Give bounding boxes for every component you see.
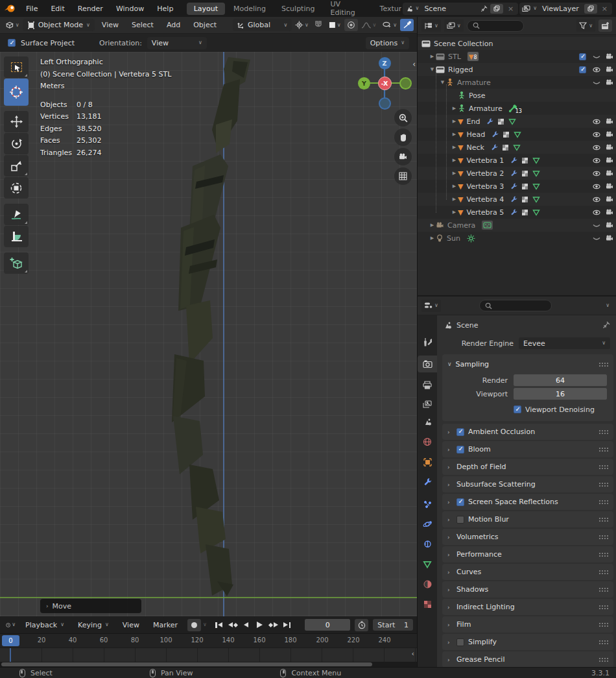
modifier-icon[interactable]	[522, 210, 528, 215]
camera-view-button[interactable]	[394, 148, 412, 165]
menu-view[interactable]: View	[96, 19, 124, 30]
panel-volumetrics[interactable]: ›Volumetrics	[442, 529, 613, 545]
close-icon[interactable]: ×	[506, 5, 515, 13]
panel-subsurface-scattering[interactable]: ›Subsurface Scattering	[442, 476, 613, 492]
outliner-row-vertebra-1[interactable]: ▶ ▼ Vertebra 1	[418, 154, 616, 167]
tab-physics[interactable]	[418, 516, 437, 533]
render-visibility-icon[interactable]	[606, 196, 613, 203]
eye-icon[interactable]	[593, 184, 600, 189]
drag-handle[interactable]	[598, 605, 608, 609]
panel-ambient-occlusion[interactable]: ›Ambient Occlusion	[442, 424, 613, 440]
disclosure-icon[interactable]: ▶	[429, 223, 436, 228]
panel-depth-of-field[interactable]: ›Depth of Field	[442, 459, 613, 475]
surface-project-checkbox[interactable]	[8, 39, 16, 47]
render-visibility-icon[interactable]	[606, 170, 613, 177]
disclosure-icon[interactable]: ▶	[451, 171, 458, 176]
tool-select-box[interactable]	[4, 56, 29, 78]
scene-selector[interactable]: ∨ Scene ×	[403, 3, 519, 15]
panel-shadows[interactable]: ›Shadows	[442, 581, 613, 598]
tool-move[interactable]	[4, 111, 29, 132]
drag-handle[interactable]	[598, 570, 608, 574]
tab-view-layer[interactable]	[418, 396, 437, 413]
tab-render[interactable]	[418, 356, 437, 372]
eye-icon[interactable]	[593, 210, 600, 215]
timeline-canvas[interactable]: ‹	[0, 648, 417, 662]
playhead-line[interactable]	[10, 648, 11, 662]
panel-checkbox[interactable]	[456, 498, 464, 506]
outliner-row-armature-data[interactable]: ▶ Armature 13	[418, 102, 616, 115]
outliner-row-pose[interactable]: Pose	[418, 89, 616, 102]
render-samples-field[interactable]: 64	[514, 374, 607, 386]
panel-performance[interactable]: ›Performance	[442, 546, 613, 563]
mesh-data-icon[interactable]	[532, 196, 540, 203]
sampling-panel[interactable]: ∨ Sampling Render 64 Viewport 16 Viewpor…	[442, 354, 613, 421]
pivot-point-button[interactable]: ∨	[293, 19, 311, 31]
tab-output[interactable]	[418, 376, 437, 393]
eye-icon[interactable]	[593, 197, 600, 202]
disclosure-icon[interactable]: ▶	[429, 54, 436, 59]
outliner-row-vertebra-3[interactable]: ▶ ▼ Vertebra 3	[418, 180, 616, 193]
eye-icon[interactable]	[593, 132, 600, 138]
collapse-region-icon[interactable]: ‹	[412, 649, 414, 658]
selectable-checkbox[interactable]	[579, 66, 586, 73]
outliner-row-stl[interactable]: ▶ STL ▼8	[418, 50, 616, 63]
auto-keyframe-record-button[interactable]	[187, 619, 201, 631]
menu-render[interactable]: Render	[72, 3, 109, 14]
workspace-tab-uv-editing[interactable]: UV Editing	[323, 0, 371, 19]
drag-handle[interactable]	[598, 552, 608, 557]
projection-orientation-selector[interactable]: View ∨	[147, 37, 207, 49]
render-visibility-icon[interactable]	[606, 235, 613, 242]
tool-cursor[interactable]	[4, 79, 29, 106]
scrollbar-handle[interactable]	[1, 662, 372, 666]
tab-texture[interactable]	[418, 596, 437, 612]
tab-particles[interactable]	[418, 496, 437, 513]
modifier-icon[interactable]	[498, 119, 504, 125]
wrench-icon[interactable]	[510, 182, 517, 190]
drag-handle[interactable]	[598, 535, 608, 539]
render-visibility-icon[interactable]	[606, 157, 613, 164]
tool-rotate[interactable]	[4, 133, 29, 154]
mesh-data-icon[interactable]	[532, 157, 540, 164]
mode-selector[interactable]: Object Mode ∨	[23, 19, 95, 31]
pan-hand-button[interactable]	[394, 128, 412, 146]
selectable-checkbox[interactable]	[579, 53, 586, 60]
timeline-scrollbar[interactable]	[0, 662, 417, 667]
render-visibility-icon[interactable]	[606, 183, 613, 190]
drag-handle[interactable]	[598, 362, 608, 367]
editor-type-button[interactable]: ∨	[4, 619, 18, 631]
drag-handle[interactable]	[598, 640, 608, 644]
wrench-icon[interactable]	[510, 208, 517, 216]
tool-add-cube[interactable]	[4, 252, 29, 274]
options-dropdown[interactable]: Options ∨	[366, 37, 409, 49]
show-gizmo-button[interactable]: ∨	[381, 19, 399, 31]
tab-object[interactable]	[418, 454, 437, 470]
eye-icon[interactable]	[593, 171, 600, 176]
disclosure-icon[interactable]: ▶	[451, 158, 458, 163]
menu-file[interactable]: File	[20, 3, 43, 14]
mesh-data-icon[interactable]	[508, 118, 516, 125]
new-view-layer-button[interactable]	[584, 4, 597, 14]
collapse-sidebar-icon[interactable]: ‹	[412, 60, 416, 69]
tab-scene[interactable]	[418, 413, 437, 430]
tool-transform[interactable]	[4, 177, 29, 199]
render-visibility-icon[interactable]	[606, 131, 613, 138]
play-button[interactable]	[254, 619, 267, 631]
tab-constraints[interactable]	[418, 535, 437, 552]
pin-icon[interactable]	[602, 321, 610, 329]
mesh-data-icon[interactable]	[514, 131, 521, 138]
outliner-row-vertebra-5[interactable]: ▶ ▼ Vertebra 5	[418, 206, 616, 219]
disclosure-icon[interactable]: ▶	[451, 132, 458, 137]
menu-select[interactable]: Select	[126, 19, 160, 30]
render-visibility-icon[interactable]	[606, 66, 613, 73]
render-engine-dropdown[interactable]: Eevee ∨	[519, 337, 610, 349]
outliner-row-end[interactable]: ▶ ▼ End	[418, 115, 616, 128]
hide-icon[interactable]	[593, 236, 600, 241]
zoom-button[interactable]	[394, 109, 412, 127]
panel-checkbox[interactable]	[456, 638, 464, 646]
blender-logo-icon[interactable]	[4, 4, 16, 13]
modifier-icon[interactable]	[503, 132, 509, 138]
disclosure-icon[interactable]: ▼	[439, 80, 446, 85]
chevron-down-icon[interactable]: ∨	[203, 622, 207, 627]
drag-handle[interactable]	[598, 517, 608, 522]
jump-to-start-button[interactable]	[213, 619, 226, 631]
